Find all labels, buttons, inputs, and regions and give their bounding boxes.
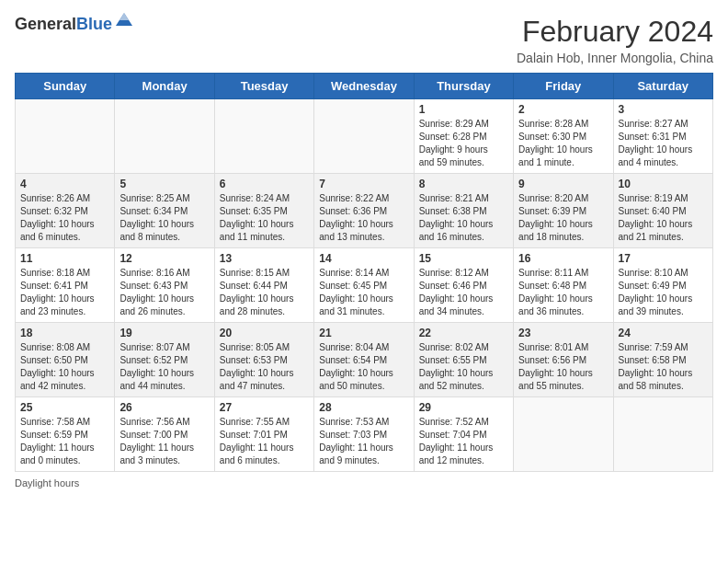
day-info: Sunrise: 7:59 AM Sunset: 6:58 PM Dayligh… xyxy=(619,341,708,393)
day-info: Sunrise: 8:28 AM Sunset: 6:30 PM Dayligh… xyxy=(518,118,608,169)
day-info: Sunrise: 8:12 AM Sunset: 6:46 PM Dayligh… xyxy=(419,267,508,318)
day-number: 6 xyxy=(220,178,309,190)
calendar-cell: 2Sunrise: 8:28 AM Sunset: 6:30 PM Daylig… xyxy=(514,99,613,174)
calendar-cell: 12Sunrise: 8:16 AM Sunset: 6:43 PM Dayli… xyxy=(115,248,214,323)
svg-marker-1 xyxy=(119,13,129,20)
calendar-cell: 20Sunrise: 8:05 AM Sunset: 6:53 PM Dayli… xyxy=(214,323,313,397)
header: GeneralBlue February 2024 Dalain Hob, In… xyxy=(15,15,713,65)
day-number: 28 xyxy=(319,401,408,414)
calendar-cell xyxy=(314,99,414,174)
calendar-cell: 28Sunrise: 7:53 AM Sunset: 7:03 PM Dayli… xyxy=(314,397,414,472)
day-of-week-header: Sunday xyxy=(16,74,115,99)
day-of-week-header: Friday xyxy=(514,74,613,99)
day-of-week-header: Thursday xyxy=(414,74,513,99)
day-number: 2 xyxy=(518,103,608,116)
day-info: Sunrise: 8:29 AM Sunset: 6:28 PM Dayligh… xyxy=(419,118,508,169)
day-number: 11 xyxy=(20,252,109,265)
calendar-cell: 9Sunrise: 8:20 AM Sunset: 6:39 PM Daylig… xyxy=(514,174,613,248)
calendar-week-row: 4Sunrise: 8:26 AM Sunset: 6:32 PM Daylig… xyxy=(16,174,713,248)
calendar-cell: 7Sunrise: 8:22 AM Sunset: 6:36 PM Daylig… xyxy=(314,174,414,248)
day-info: Sunrise: 7:52 AM Sunset: 7:04 PM Dayligh… xyxy=(419,416,508,467)
calendar-cell xyxy=(613,397,712,472)
day-number: 13 xyxy=(220,252,309,265)
day-info: Sunrise: 8:21 AM Sunset: 6:38 PM Dayligh… xyxy=(419,192,508,244)
day-info: Sunrise: 8:07 AM Sunset: 6:52 PM Dayligh… xyxy=(119,341,209,393)
calendar-cell: 29Sunrise: 7:52 AM Sunset: 7:04 PM Dayli… xyxy=(414,397,513,472)
day-number: 26 xyxy=(119,401,209,414)
day-info: Sunrise: 7:58 AM Sunset: 6:59 PM Dayligh… xyxy=(20,416,109,467)
day-info: Sunrise: 8:25 AM Sunset: 6:34 PM Dayligh… xyxy=(119,192,209,244)
calendar-week-row: 1Sunrise: 8:29 AM Sunset: 6:28 PM Daylig… xyxy=(16,99,713,174)
calendar-cell: 25Sunrise: 7:58 AM Sunset: 6:59 PM Dayli… xyxy=(16,397,115,472)
day-info: Sunrise: 7:55 AM Sunset: 7:01 PM Dayligh… xyxy=(220,416,309,467)
day-number: 21 xyxy=(319,327,408,339)
day-number: 19 xyxy=(119,327,209,339)
day-number: 15 xyxy=(419,252,508,265)
day-number: 20 xyxy=(220,327,309,339)
day-info: Sunrise: 8:05 AM Sunset: 6:53 PM Dayligh… xyxy=(220,341,309,393)
day-info: Sunrise: 8:08 AM Sunset: 6:50 PM Dayligh… xyxy=(20,341,109,393)
day-number: 4 xyxy=(20,178,109,190)
month-title: February 2024 xyxy=(517,15,713,49)
calendar-cell: 3Sunrise: 8:27 AM Sunset: 6:31 PM Daylig… xyxy=(613,99,712,174)
day-number: 27 xyxy=(220,401,309,414)
day-info: Sunrise: 7:56 AM Sunset: 7:00 PM Dayligh… xyxy=(119,416,209,467)
title-area: February 2024 Dalain Hob, Inner Mongolia… xyxy=(517,15,713,65)
calendar-cell: 26Sunrise: 7:56 AM Sunset: 7:00 PM Dayli… xyxy=(115,397,214,472)
day-info: Sunrise: 8:14 AM Sunset: 6:45 PM Dayligh… xyxy=(319,267,408,318)
day-info: Sunrise: 8:16 AM Sunset: 6:43 PM Dayligh… xyxy=(119,267,209,318)
day-number: 10 xyxy=(619,178,708,190)
footer-note: Daylight hours xyxy=(15,477,713,488)
calendar-cell: 4Sunrise: 8:26 AM Sunset: 6:32 PM Daylig… xyxy=(16,174,115,248)
day-number: 22 xyxy=(419,327,508,339)
logo: GeneralBlue xyxy=(15,15,132,34)
day-info: Sunrise: 8:01 AM Sunset: 6:56 PM Dayligh… xyxy=(518,341,608,393)
day-number: 3 xyxy=(619,103,708,116)
day-of-week-header: Wednesday xyxy=(314,74,414,99)
day-info: Sunrise: 8:20 AM Sunset: 6:39 PM Dayligh… xyxy=(518,192,608,244)
logo-general-text: GeneralBlue xyxy=(15,15,112,34)
logo-triangle-icon xyxy=(116,11,132,31)
calendar-header: SundayMondayTuesdayWednesdayThursdayFrid… xyxy=(16,74,713,99)
header-row: SundayMondayTuesdayWednesdayThursdayFrid… xyxy=(16,74,713,99)
day-number: 14 xyxy=(319,252,408,265)
day-info: Sunrise: 8:19 AM Sunset: 6:40 PM Dayligh… xyxy=(619,192,708,244)
calendar-cell: 11Sunrise: 8:18 AM Sunset: 6:41 PM Dayli… xyxy=(16,248,115,323)
calendar-week-row: 25Sunrise: 7:58 AM Sunset: 6:59 PM Dayli… xyxy=(16,397,713,472)
day-of-week-header: Saturday xyxy=(613,74,712,99)
day-number: 16 xyxy=(518,252,608,265)
calendar-cell: 19Sunrise: 8:07 AM Sunset: 6:52 PM Dayli… xyxy=(115,323,214,397)
calendar-cell: 15Sunrise: 8:12 AM Sunset: 6:46 PM Dayli… xyxy=(414,248,513,323)
day-number: 24 xyxy=(619,327,708,339)
day-number: 25 xyxy=(20,401,109,414)
day-info: Sunrise: 8:04 AM Sunset: 6:54 PM Dayligh… xyxy=(319,341,408,393)
calendar-cell xyxy=(16,99,115,174)
calendar-week-row: 11Sunrise: 8:18 AM Sunset: 6:41 PM Dayli… xyxy=(16,248,713,323)
day-number: 8 xyxy=(419,178,508,190)
day-info: Sunrise: 8:18 AM Sunset: 6:41 PM Dayligh… xyxy=(20,267,109,318)
calendar-cell: 22Sunrise: 8:02 AM Sunset: 6:55 PM Dayli… xyxy=(414,323,513,397)
calendar-cell: 10Sunrise: 8:19 AM Sunset: 6:40 PM Dayli… xyxy=(613,174,712,248)
day-info: Sunrise: 8:15 AM Sunset: 6:44 PM Dayligh… xyxy=(220,267,309,318)
calendar-cell xyxy=(214,99,313,174)
day-info: Sunrise: 8:11 AM Sunset: 6:48 PM Dayligh… xyxy=(518,267,608,318)
location-title: Dalain Hob, Inner Mongolia, China xyxy=(517,51,713,65)
calendar-cell: 21Sunrise: 8:04 AM Sunset: 6:54 PM Dayli… xyxy=(314,323,414,397)
day-number: 7 xyxy=(319,178,408,190)
day-info: Sunrise: 8:26 AM Sunset: 6:32 PM Dayligh… xyxy=(20,192,109,244)
day-info: Sunrise: 8:22 AM Sunset: 6:36 PM Dayligh… xyxy=(319,192,408,244)
day-number: 9 xyxy=(518,178,608,190)
day-number: 5 xyxy=(119,178,209,190)
calendar-cell: 13Sunrise: 8:15 AM Sunset: 6:44 PM Dayli… xyxy=(214,248,313,323)
day-info: Sunrise: 8:10 AM Sunset: 6:49 PM Dayligh… xyxy=(619,267,708,318)
calendar-cell: 6Sunrise: 8:24 AM Sunset: 6:35 PM Daylig… xyxy=(214,174,313,248)
calendar-cell xyxy=(514,397,613,472)
calendar-cell: 18Sunrise: 8:08 AM Sunset: 6:50 PM Dayli… xyxy=(16,323,115,397)
day-of-week-header: Monday xyxy=(115,74,214,99)
day-number: 1 xyxy=(419,103,508,116)
day-number: 23 xyxy=(518,327,608,339)
calendar-cell xyxy=(115,99,214,174)
day-number: 18 xyxy=(20,327,109,339)
day-of-week-header: Tuesday xyxy=(214,74,313,99)
calendar-cell: 23Sunrise: 8:01 AM Sunset: 6:56 PM Dayli… xyxy=(514,323,613,397)
